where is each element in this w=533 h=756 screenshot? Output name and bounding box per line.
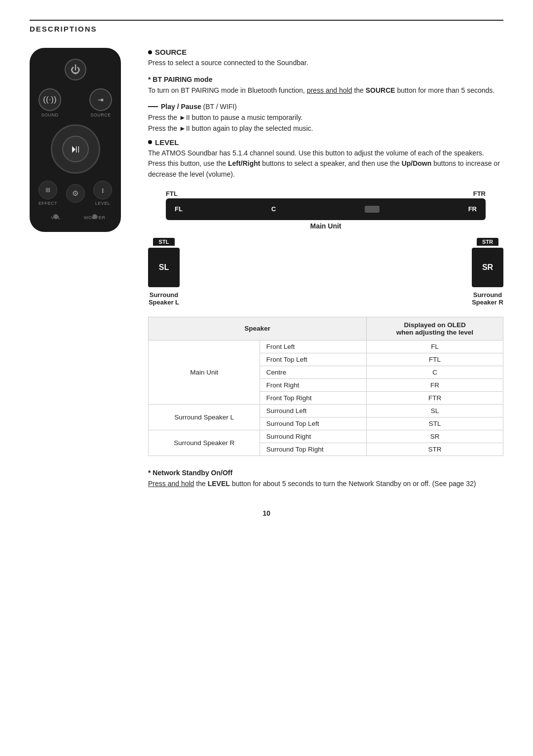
- source-section-header: SOURCE: [148, 48, 503, 56]
- page-header: DESCRIPTIONS: [30, 20, 503, 33]
- stl-label: STL: [153, 238, 175, 246]
- source-label: SOURCE: [90, 113, 111, 117]
- surround-right: STR SR Surround Speaker R: [472, 238, 503, 306]
- main-unit-label: Main Unit: [310, 222, 342, 230]
- surround-top-right-speaker: Surround Top Right: [260, 443, 367, 455]
- surround-top-right-display: STR: [367, 443, 503, 455]
- level-icon: ⫿: [101, 187, 105, 194]
- vol-col: VOL: [38, 214, 74, 220]
- surround-left-speaker: Surround Left: [260, 404, 367, 417]
- source-icon: ⇥: [98, 96, 104, 104]
- level-title: LEVEL: [155, 138, 179, 147]
- play-pause-icon: ⏯: [70, 143, 81, 155]
- sound-source-row: ((·)) SOUND ⇥ SOURCE: [38, 88, 112, 117]
- c-channel: C: [271, 205, 276, 213]
- wifi-icon: ((·)): [43, 95, 56, 105]
- surround-left-display: SL: [367, 404, 503, 417]
- level-button[interactable]: ⫿: [93, 181, 112, 199]
- dpad[interactable]: ⏯: [51, 124, 100, 174]
- bt-pairing-title: * BT PAIRING mode: [148, 76, 503, 83]
- surround-row: STL SL Surround Speaker L STR SR: [148, 238, 503, 306]
- sound-button[interactable]: ((·)): [38, 88, 61, 111]
- surround-right-caption: Surround Speaker R: [472, 291, 503, 306]
- sr-box: SR: [472, 248, 503, 287]
- centre-speaker: Centre: [260, 366, 367, 378]
- surround-right-speaker: Surround Right: [260, 430, 367, 443]
- soundbar-top-labels: FTL FTR: [166, 190, 486, 197]
- col-speaker: Speaker: [149, 317, 367, 340]
- effect-level-row: ⊞ EFFECT ⚙ ⫿ LEVEL: [38, 181, 112, 206]
- source-title: SOURCE: [155, 48, 187, 56]
- main-layout: ⏻ ((·)) SOUND ⇥ SOURCE: [30, 48, 503, 490]
- front-left-display: FL: [367, 340, 503, 353]
- source-button[interactable]: ⇥: [89, 88, 112, 111]
- surround-top-left-speaker: Surround Top Left: [260, 417, 367, 430]
- remote-control: ⏻ ((·)) SOUND ⇥ SOURCE: [30, 48, 121, 232]
- surround-r-group: Surround Speaker R: [149, 430, 260, 455]
- network-standby-title: * Network Standby On/Off: [148, 469, 503, 477]
- effect-button[interactable]: ⊞: [38, 181, 57, 199]
- play-pause-body: Press the ►II button to pause a music te…: [148, 113, 503, 134]
- woofer-col: WOOFER: [77, 214, 113, 220]
- effect-label: EFFECT: [38, 201, 57, 206]
- gear-button[interactable]: ⚙: [66, 184, 85, 203]
- gear-icon: ⚙: [72, 189, 78, 198]
- table-row: Main Unit Front Left FL: [149, 340, 503, 353]
- surround-left: STL SL Surround Speaker L: [148, 238, 180, 306]
- surround-left-caption: Surround Speaker L: [149, 291, 179, 306]
- front-right-display: FR: [367, 378, 503, 391]
- sound-label: SOUND: [41, 113, 58, 117]
- play-pause-title: Play / Pause (BT / WIFI): [161, 103, 237, 111]
- level-label: LEVEL: [95, 201, 111, 206]
- centre-display: C: [367, 366, 503, 378]
- play-pause-button[interactable]: ⏯: [62, 136, 89, 162]
- table-row: Surround Speaker R Surround Right SR: [149, 430, 503, 443]
- sl-box: SL: [148, 248, 180, 287]
- power-button[interactable]: ⏻: [65, 59, 86, 80]
- page-number: 10: [30, 509, 503, 517]
- gear-col: ⚙: [66, 184, 85, 203]
- soundbar-bar: FL C FR: [166, 198, 486, 220]
- speaker-diagram: FTL FTR FL C FR Main Unit STL SL: [148, 190, 503, 306]
- fr-channel: FR: [468, 205, 477, 213]
- level-bullet: [148, 140, 152, 144]
- level-body: The ATMOS Soundbar has 5.1.4 channel sou…: [148, 148, 503, 180]
- speaker-table: Speaker Displayed on OLEDwhen adjusting …: [148, 317, 503, 456]
- front-top-left-display: FTL: [367, 353, 503, 366]
- str-label: STR: [477, 238, 498, 246]
- col-display: Displayed on OLEDwhen adjusting the leve…: [367, 317, 503, 340]
- remote-container: ⏻ ((·)) SOUND ⇥ SOURCE: [30, 48, 128, 232]
- page-title: DESCRIPTIONS: [30, 25, 503, 33]
- table-row: Surround Speaker L Surround Left SL: [149, 404, 503, 417]
- front-right-speaker: Front Right: [260, 378, 367, 391]
- play-pause-section-header: Play / Pause (BT / WIFI): [148, 103, 503, 111]
- source-col: ⇥ SOURCE: [89, 88, 112, 117]
- grey-block: [365, 206, 380, 213]
- sound-col: ((·)) SOUND: [38, 88, 61, 117]
- source-body: Press to select a source connected to th…: [148, 58, 503, 69]
- front-left-speaker: Front Left: [260, 340, 367, 353]
- surround-top-left-display: STL: [367, 417, 503, 430]
- ftl-top-label: FTL: [166, 190, 178, 197]
- surround-l-group: Surround Speaker L: [149, 404, 260, 430]
- source-bullet: [148, 50, 152, 54]
- bt-pairing-body: To turn on BT PAIRING mode in Bluetooth …: [148, 85, 503, 96]
- network-standby-body: Press and hold the LEVEL button for abou…: [148, 479, 503, 490]
- ftr-top-label: FTR: [473, 190, 486, 197]
- front-top-right-display: FTR: [367, 391, 503, 404]
- soundbar-wrapper: FTL FTR FL C FR Main Unit: [148, 190, 503, 230]
- right-content: SOURCE Press to select a source connecte…: [148, 48, 503, 490]
- effect-col: ⊞ EFFECT: [38, 181, 57, 206]
- main-unit-group: Main Unit: [149, 340, 260, 404]
- effect-icon: ⊞: [45, 187, 50, 193]
- level-section-header: LEVEL: [148, 138, 503, 147]
- slider-row: VOL WOOFER: [38, 213, 112, 221]
- power-icon: ⏻: [71, 64, 80, 76]
- fl-channel: FL: [175, 205, 183, 213]
- front-top-left-speaker: Front Top Left: [260, 353, 367, 366]
- network-standby-section: * Network Standby On/Off Press and hold …: [148, 469, 503, 490]
- front-top-right-speaker: Front Top Right: [260, 391, 367, 404]
- level-col: ⫿ LEVEL: [93, 181, 112, 206]
- surround-right-display: SR: [367, 430, 503, 443]
